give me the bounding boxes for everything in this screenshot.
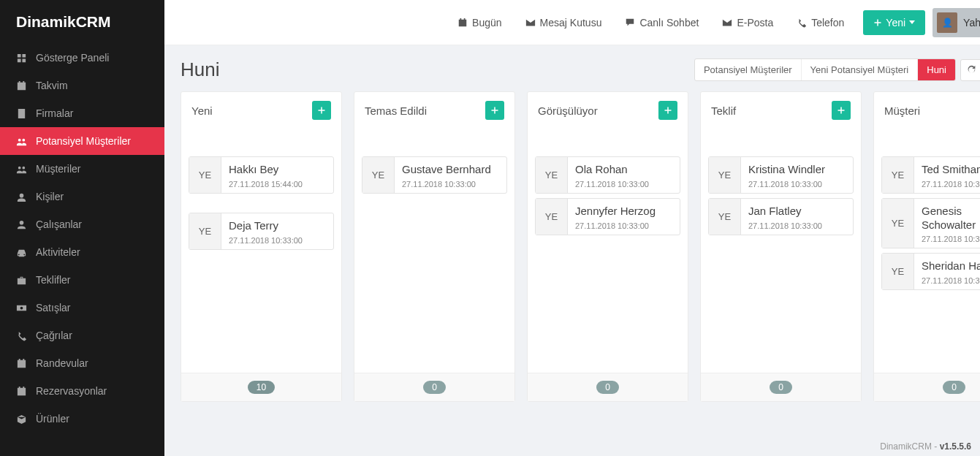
card-date: 27.11.2018 10:33:00 xyxy=(402,180,499,189)
card-avatar: YE xyxy=(189,213,221,249)
sidebar-item-1[interactable]: Takvim xyxy=(0,72,164,99)
kanban-card[interactable]: YEDeja Terry27.11.2018 10:33:00 xyxy=(189,213,334,250)
topbar-link-label: Canlı Sohbet xyxy=(639,17,699,28)
envelope-icon xyxy=(525,18,536,28)
sidebar-item-2[interactable]: Firmalar xyxy=(0,99,164,127)
topbar-link-1[interactable]: Mesaj Kutusu xyxy=(514,17,614,28)
sidebar-item-label: Satışlar xyxy=(36,302,70,314)
main-area: BugünMesaj KutusuCanlı SohbetE-PostaTele… xyxy=(164,0,980,456)
topbar-link-0[interactable]: Bugün xyxy=(446,17,513,28)
card-body: Jan Flatley27.11.2018 10:33:00 xyxy=(741,199,853,235)
plus-icon xyxy=(317,106,326,115)
topbar-link-2[interactable]: Canlı Sohbet xyxy=(613,17,710,28)
card-name: Jan Flatley xyxy=(748,205,846,218)
sidebar-item-label: Müşteriler xyxy=(36,163,80,175)
avatar: 👤 xyxy=(937,12,957,33)
kanban-card[interactable]: YEKristina Windler27.11.2018 10:33:00 xyxy=(708,156,854,194)
card-date: 27.11.2018 15:44:00 xyxy=(229,180,326,189)
building-icon xyxy=(16,108,27,119)
topbar-links: BugünMesaj KutusuCanlı SohbetE-PostaTele… xyxy=(446,17,856,28)
page-title: Huni xyxy=(181,58,219,81)
sidebar-item-label: Takvim xyxy=(36,80,68,91)
column-title: Temas Edildi xyxy=(365,104,427,117)
column-header: Görüşülüyor xyxy=(528,92,688,129)
card-date: 27.11.2018 10:33:00 xyxy=(229,236,326,245)
sidebar-item-10[interactable]: Çağrılar xyxy=(0,322,164,349)
card-avatar: YE xyxy=(882,199,914,248)
card-name: Gustave Bernhard xyxy=(402,163,499,177)
card-name: Hakkı Bey xyxy=(229,163,326,177)
sidebar-item-label: Rezervasyonlar xyxy=(36,385,107,397)
kanban-card[interactable]: YETed Smitham27.11.2018 10:33:00 xyxy=(881,156,980,194)
add-card-button[interactable] xyxy=(832,101,851,120)
sidebar-item-11[interactable]: Randevular xyxy=(0,349,164,377)
user-icon xyxy=(16,191,27,202)
caret-down-icon xyxy=(909,20,915,24)
column-body[interactable]: YEGustave Bernhard27.11.2018 10:33:00 xyxy=(354,129,514,373)
column-body[interactable]: YEKristina Windler27.11.2018 10:33:00YEJ… xyxy=(701,129,861,373)
employee-icon xyxy=(16,219,27,230)
sidebar-item-3[interactable]: Potansiyel Müşteriler xyxy=(0,127,164,155)
column-count-badge: 10 xyxy=(248,381,275,394)
plus-icon xyxy=(490,106,499,115)
kanban-card[interactable]: YESheridan Haley27.11.2018 10:33:00 xyxy=(881,253,980,290)
column-title: Müşteri xyxy=(884,104,920,117)
topbar-link-3[interactable]: E-Posta xyxy=(710,17,785,28)
card-name: Jennyfer Herzog xyxy=(575,205,672,218)
kanban-card[interactable]: YEJan Flatley27.11.2018 10:33:00 xyxy=(708,198,854,235)
sidebar-item-8[interactable]: Teklifler xyxy=(0,266,164,294)
card-avatar: YE xyxy=(189,157,221,193)
kanban-card[interactable]: YEGustave Bernhard27.11.2018 10:33:00 xyxy=(362,156,507,194)
kanban-card[interactable]: YEGenesis Schowalter27.11.2018 10:33:00 xyxy=(881,198,980,249)
column-header: Yeni xyxy=(181,92,341,129)
column-title: Teklif xyxy=(711,104,736,117)
view-tabs: Potansiyel MüşterilerYeni Potansiyel Müş… xyxy=(694,58,956,81)
column-body[interactable]: YEOla Rohan27.11.2018 10:33:00YEJennyfer… xyxy=(528,129,688,373)
sidebar-item-label: Randevular xyxy=(36,357,88,369)
dashboard-icon xyxy=(16,53,27,64)
sidebar-item-0[interactable]: Gösterge Paneli xyxy=(0,44,164,72)
phone-icon xyxy=(16,330,27,341)
refresh-icon xyxy=(967,65,976,75)
sidebar-item-6[interactable]: Çalışanlar xyxy=(0,210,164,238)
box-icon xyxy=(16,414,27,425)
topbar-link-4[interactable]: Telefon xyxy=(785,17,856,28)
page-header: Huni Potansiyel MüşterilerYeni Potansiye… xyxy=(164,45,980,91)
sidebar-item-label: Çağrılar xyxy=(36,330,72,341)
column-body[interactable]: YEHakkı Bey27.11.2018 15:44:00YEDeja Ter… xyxy=(181,129,341,373)
card-body: Jennyfer Herzog27.11.2018 10:33:00 xyxy=(568,199,680,235)
card-body: Gustave Bernhard27.11.2018 10:33:00 xyxy=(395,157,506,193)
user-menu[interactable]: 👤 Yahya Ekinci xyxy=(932,8,980,37)
card-body: Sheridan Haley27.11.2018 10:33:00 xyxy=(914,254,980,289)
card-avatar: YE xyxy=(882,157,914,193)
calendar2-icon xyxy=(16,386,27,397)
kanban-card[interactable]: YEOla Rohan27.11.2018 10:33:00 xyxy=(535,156,680,194)
sidebar-item-12[interactable]: Rezervasyonlar xyxy=(0,377,164,405)
tab-0[interactable]: Potansiyel Müşteriler xyxy=(695,59,802,80)
sidebar-item-label: Gösterge Paneli xyxy=(36,52,109,64)
column-body[interactable]: YETed Smitham27.11.2018 10:33:00YEGenesi… xyxy=(874,129,980,373)
card-avatar: YE xyxy=(536,199,568,235)
sidebar-item-13[interactable]: Ürünler xyxy=(0,405,164,433)
sidebar-item-5[interactable]: Kişiler xyxy=(0,183,164,210)
sidebar-item-4[interactable]: Müşteriler xyxy=(0,155,164,183)
column-header: Teklif xyxy=(701,92,861,129)
kanban-card[interactable]: YEJennyfer Herzog27.11.2018 10:33:00 xyxy=(535,198,680,235)
new-button[interactable]: Yeni xyxy=(863,10,925,35)
add-card-button[interactable] xyxy=(485,101,504,120)
add-card-button[interactable] xyxy=(312,101,331,120)
car-icon xyxy=(16,247,27,258)
refresh-button[interactable] xyxy=(960,59,980,81)
footer: DinamikCRM - v1.5.5.6 xyxy=(880,441,971,452)
add-card-button[interactable] xyxy=(658,101,677,120)
sidebar-item-9[interactable]: Satışlar xyxy=(0,294,164,322)
sidebar: DinamikCRM Gösterge PaneliTakvimFirmalar… xyxy=(0,0,164,456)
sidebar-item-7[interactable]: Aktiviteler xyxy=(0,238,164,266)
kanban-card[interactable]: YEHakkı Bey27.11.2018 15:44:00 xyxy=(189,156,334,194)
sidebar-item-label: Teklifler xyxy=(36,274,70,286)
tab-2[interactable]: Huni xyxy=(918,59,955,80)
column-count-badge: 0 xyxy=(943,381,965,394)
tab-1[interactable]: Yeni Potansiyel Müşteri xyxy=(802,59,919,80)
sidebar-item-label: Potansiyel Müşteriler xyxy=(36,135,131,147)
topbar: BugünMesaj KutusuCanlı SohbetE-PostaTele… xyxy=(164,0,980,45)
